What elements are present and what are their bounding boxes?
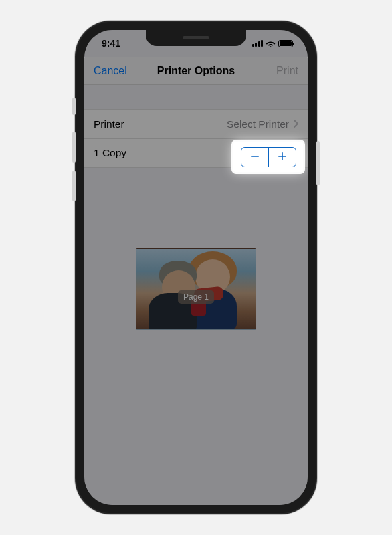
annotation-highlight xyxy=(233,142,303,172)
wifi-icon xyxy=(266,40,276,47)
svg-rect-0 xyxy=(251,156,259,157)
copies-label: 1 Copy xyxy=(94,147,126,159)
decrement-button[interactable] xyxy=(241,148,268,167)
power-button xyxy=(316,141,320,185)
plus-icon xyxy=(277,150,288,164)
cancel-button[interactable]: Cancel xyxy=(94,65,134,77)
copies-stepper xyxy=(241,147,296,167)
speaker-grille xyxy=(183,36,209,39)
volume-down-button xyxy=(72,171,76,201)
cellular-signal-icon xyxy=(252,40,263,47)
increment-button[interactable] xyxy=(269,148,296,167)
printer-value-group: Select Printer xyxy=(227,118,298,130)
notch xyxy=(146,30,246,46)
minus-icon xyxy=(250,150,260,164)
status-indicators xyxy=(252,40,293,47)
mute-switch xyxy=(72,98,76,115)
status-time: 9:41 xyxy=(102,38,120,49)
preview-area: Page 1 xyxy=(84,168,308,330)
section-spacer xyxy=(84,85,308,109)
svg-rect-2 xyxy=(282,152,283,160)
phone-frame: 9:41 Cancel Printer Options Print Printe… xyxy=(75,21,317,514)
page-badge: Page 1 xyxy=(178,290,214,304)
print-button[interactable]: Print xyxy=(258,65,298,77)
battery-icon xyxy=(278,40,293,47)
chevron-right-icon xyxy=(293,118,298,130)
nav-title: Printer Options xyxy=(157,65,235,77)
page-preview[interactable]: Page 1 xyxy=(136,248,256,330)
nav-bar: Cancel Printer Options Print xyxy=(84,57,308,85)
printer-row[interactable]: Printer Select Printer xyxy=(84,109,308,138)
volume-up-button xyxy=(72,132,76,163)
printer-label: Printer xyxy=(94,118,124,130)
screen: 9:41 Cancel Printer Options Print Printe… xyxy=(84,30,308,505)
printer-value: Select Printer xyxy=(227,118,289,130)
